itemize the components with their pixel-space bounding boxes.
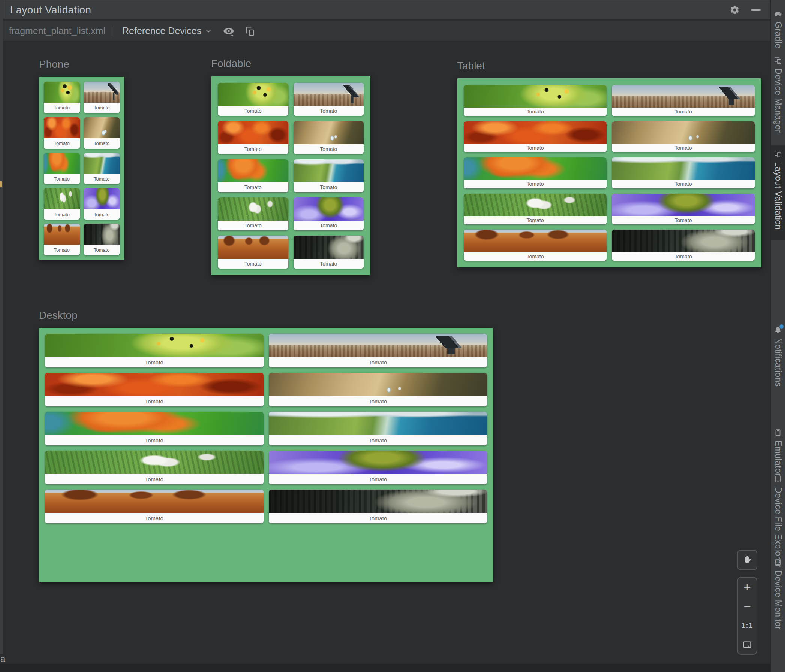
plant-card: Tomato — [294, 159, 364, 192]
wood-water-drops-image — [294, 121, 364, 144]
preview-foldable[interactable]: TomatoTomatoTomatoTomatoTomatoTomatoToma… — [211, 76, 371, 275]
titlebar-actions — [730, 5, 761, 15]
coastline-aerial-image — [269, 412, 487, 435]
plant-card: Tomato — [45, 490, 264, 523]
layout-devices-icon — [774, 150, 782, 158]
sidebar-tab-notifications[interactable]: Notifications — [771, 321, 785, 392]
plant-card: Tomato — [44, 82, 80, 113]
plant-card: Tomato — [84, 224, 120, 255]
gutter-mark — [0, 181, 2, 187]
gray-forest-image — [612, 230, 755, 252]
layout-validation-window: Layout Validation fragment_plant_list.xm… — [0, 0, 785, 672]
sidebar-tab-label: Device Manager — [773, 68, 783, 133]
card-label: Tomato — [464, 252, 607, 261]
preview-desktop[interactable]: TomatoTomatoTomatoTomatoTomatoTomatoToma… — [39, 328, 493, 582]
preview-section-desktop: DesktopTomatoTomatoTomatoTomatoTomatoTom… — [39, 309, 493, 582]
orange-maple-leaf-image — [44, 153, 80, 174]
telescope-cityscape-image — [612, 85, 755, 108]
plant-card: Tomato — [294, 197, 364, 230]
card-label: Tomato — [44, 174, 80, 184]
sidebar-tab-device-monitor[interactable]: Device Monitor — [771, 554, 785, 635]
card-label: Tomato — [45, 435, 264, 445]
editor-edge-sliver — [0, 0, 3, 654]
plant-card: Tomato — [45, 412, 264, 445]
sidebar-tab-gradle[interactable]: Gradle — [771, 5, 785, 53]
card-label: Tomato — [612, 108, 755, 116]
gray-forest-image — [84, 224, 120, 245]
preview-tablet[interactable]: TomatoTomatoTomatoTomatoTomatoTomatoToma… — [457, 78, 762, 267]
zoom-out-button[interactable]: − — [738, 597, 757, 616]
plant-card: Tomato — [218, 159, 288, 192]
plant-card: Tomato — [218, 235, 288, 268]
tool-window-bar: GradleDevice ManagerLayout ValidationNot… — [770, 0, 785, 672]
farm-aerial-image — [45, 451, 264, 474]
plant-card: Tomato — [464, 85, 607, 116]
card-label: Tomato — [464, 108, 607, 116]
card-label: Tomato — [45, 513, 264, 523]
card-label: Tomato — [45, 396, 264, 407]
card-label: Tomato — [464, 216, 607, 225]
plant-card: Tomato — [44, 224, 80, 255]
gradle-elephant-icon — [774, 10, 782, 18]
telescope-cityscape-image — [294, 83, 364, 106]
zoom-in-button[interactable]: + — [738, 578, 757, 597]
gear-icon[interactable] — [730, 5, 740, 15]
fit-screen-button[interactable] — [738, 635, 757, 654]
devices-icon — [774, 56, 782, 64]
card-label: Tomato — [44, 138, 80, 149]
red-maple-leaves-image — [44, 117, 80, 138]
desert-buttes-image — [464, 230, 607, 252]
plant-card: Tomato — [294, 235, 364, 268]
card-label: Tomato — [464, 180, 607, 189]
card-label: Tomato — [269, 357, 487, 368]
card-label: Tomato — [294, 144, 364, 154]
eye-icon[interactable] — [222, 25, 235, 37]
plant-card: Tomato — [218, 83, 288, 116]
card-label: Tomato — [218, 182, 288, 192]
plant-card: Tomato — [45, 451, 264, 484]
red-maple-leaves-image — [45, 373, 264, 396]
red-maple-leaves-image — [218, 121, 288, 144]
wood-water-drops-image — [84, 117, 120, 138]
copy-devices-icon[interactable] — [244, 25, 256, 37]
preview-phone[interactable]: TomatoTomatoTomatoTomatoTomatoTomatoToma… — [39, 77, 125, 260]
desert-buttes-image — [45, 490, 264, 513]
device-icon — [774, 475, 782, 483]
card-label: Tomato — [44, 209, 80, 220]
caterpillar-leaf-image — [44, 82, 80, 103]
sidebar-tab-label: Gradle — [773, 22, 783, 48]
card-label: Tomato — [612, 252, 755, 261]
sidebar-tab-layout-validation[interactable]: Layout Validation — [771, 145, 785, 240]
minimize-icon[interactable] — [751, 9, 761, 11]
plant-card: Tomato — [45, 334, 264, 368]
actual-size-button[interactable]: 1:1 — [738, 616, 757, 635]
titlebar: Layout Validation — [0, 0, 770, 20]
card-label: Tomato — [84, 103, 120, 113]
card-label: Tomato — [294, 259, 364, 268]
device-selector-label: Reference Devices — [122, 25, 201, 36]
desert-buttes-image — [44, 224, 80, 245]
plant-card: Tomato — [464, 157, 607, 189]
plant-card: Tomato — [464, 194, 607, 225]
card-label: Tomato — [269, 396, 487, 407]
plant-card: Tomato — [269, 451, 487, 484]
card-label: Tomato — [269, 474, 487, 484]
plant-card: Tomato — [218, 197, 288, 230]
sidebar-tab-device-manager[interactable]: Device Manager — [771, 52, 785, 138]
card-label: Tomato — [218, 259, 288, 268]
pan-button[interactable] — [737, 550, 757, 570]
purple-river-rocks-image — [612, 194, 755, 216]
desert-buttes-image — [218, 235, 288, 259]
card-label: Tomato — [612, 216, 755, 225]
plant-card: Tomato — [44, 188, 80, 220]
device-icon — [774, 558, 782, 566]
gray-forest-image — [269, 490, 487, 513]
coastline-aerial-image — [294, 159, 364, 182]
plant-card: Tomato — [45, 373, 264, 407]
caterpillar-leaf-image — [464, 85, 607, 108]
gray-forest-image — [294, 235, 364, 259]
card-label: Tomato — [44, 245, 80, 255]
caterpillar-leaf-image — [45, 334, 264, 357]
sidebar-tab-label: Notifications — [773, 338, 783, 387]
device-selector-dropdown[interactable]: Reference Devices — [122, 25, 212, 36]
